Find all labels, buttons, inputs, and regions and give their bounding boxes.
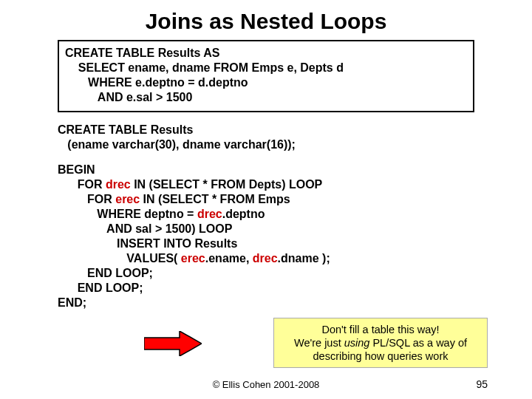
note-line: We're just using PL/SQL as a way of <box>279 336 482 349</box>
sql-line: WHERE e.deptno = d.deptno <box>65 75 467 90</box>
code-line: END LOOP; <box>58 281 532 296</box>
svg-marker-0 <box>144 331 202 356</box>
code-line: FOR drec IN (SELECT * FROM Depts) LOOP <box>58 177 532 192</box>
code-line: FOR erec IN (SELECT * FROM Emps <box>58 192 532 207</box>
code-line: INSERT INTO Results <box>58 236 532 251</box>
code-line: (ename varchar(30), dname varchar(16)); <box>58 137 532 152</box>
var-erec: erec <box>181 252 205 265</box>
sql-line: SELECT ename, dname FROM Emps e, Depts d <box>65 61 467 75</box>
var-drec: drec <box>197 208 222 220</box>
var-erec: erec <box>115 193 140 205</box>
callout-note: Don't fill a table this way! We're just … <box>273 318 488 368</box>
note-line: Don't fill a table this way! <box>279 323 482 336</box>
code-line: END; <box>58 296 532 310</box>
var-drec: drec <box>106 178 131 191</box>
code-line: VALUES( erec.ename, drec.dname ); <box>58 251 532 266</box>
code-line: AND sal > 1500) LOOP <box>58 222 532 236</box>
sql-create-box: CREATE TABLE Results AS SELECT ename, dn… <box>58 40 474 112</box>
code-line: BEGIN <box>58 163 532 177</box>
var-drec: drec <box>253 252 278 265</box>
note-line: describing how queries work <box>279 349 482 363</box>
create-table-block: CREATE TABLE Results (ename varchar(30),… <box>58 123 532 152</box>
code-line: CREATE TABLE Results <box>58 123 532 137</box>
copyright-footer: © Ellis Cohen 2001-2008 <box>0 379 532 390</box>
sql-line: AND e.sal > 1500 <box>65 90 467 105</box>
code-line: WHERE deptno = drec.deptno <box>58 207 532 222</box>
plsql-block: BEGIN FOR drec IN (SELECT * FROM Depts) … <box>58 163 532 310</box>
slide-title: Joins as Nested Loops <box>0 9 532 34</box>
code-line: END LOOP; <box>58 266 532 281</box>
arrow-icon <box>144 331 202 356</box>
sql-line: CREATE TABLE Results AS <box>65 46 467 61</box>
page-number: 95 <box>476 378 488 390</box>
